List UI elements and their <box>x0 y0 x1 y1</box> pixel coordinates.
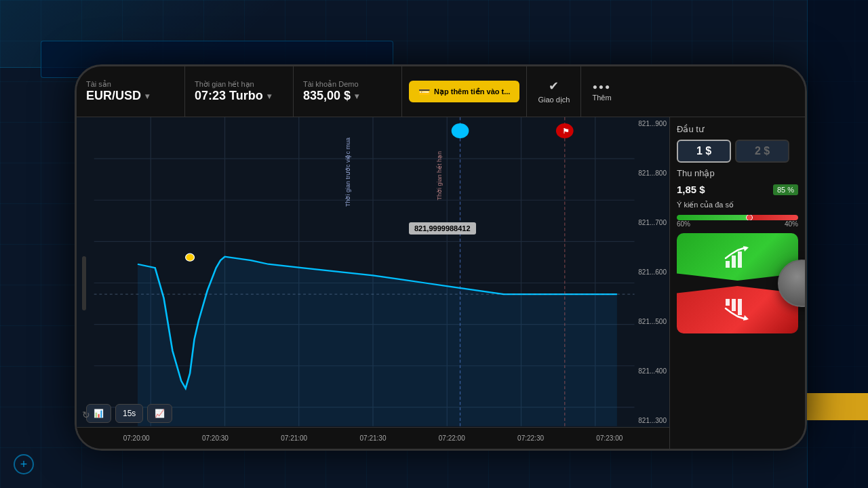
invest-inputs: 1 $ 2 $ <box>677 140 798 163</box>
time-5: 07:22:30 <box>491 434 570 442</box>
svg-rect-24 <box>738 251 742 268</box>
bg-plus-icon: + <box>14 454 34 474</box>
opinion-green-pct: 60% <box>677 220 690 228</box>
income-row: 1,85 $ 85 % <box>677 184 798 195</box>
interval-value: 15s <box>123 409 136 418</box>
svg-point-15 <box>186 253 195 261</box>
account-dropdown-arrow: ▾ <box>355 92 359 101</box>
svg-marker-29 <box>743 315 749 321</box>
svg-rect-28 <box>738 299 742 315</box>
price-labels: 821...900 821...800 821...700 821...600 … <box>638 117 667 427</box>
svg-rect-27 <box>732 299 736 311</box>
expiry-section[interactable]: Thời gian hết hạn 07:23 Turbo ▾ <box>185 66 294 117</box>
time-6: 07:23:00 <box>570 434 649 442</box>
deposit-label: Nạp thêm tiền vào t... <box>434 87 510 96</box>
price-label-800: 821...800 <box>638 169 667 177</box>
price-label-500: 821...500 <box>638 318 667 325</box>
account-section[interactable]: Tài khoản Demo 835,00 $ ▾ <box>294 66 402 117</box>
chart-controls: 📊 15s 📈 <box>86 404 172 423</box>
right-panel: Đầu tư 1 $ 2 $ Thu nhập 1,85 $ 85 % Ý ki… <box>669 117 805 449</box>
svg-marker-14 <box>138 257 617 426</box>
asset-value: EUR/USD <box>86 89 141 103</box>
expiry-value-row: 07:23 Turbo ▾ <box>195 89 283 103</box>
chart-interval-button[interactable]: 15s <box>115 404 143 423</box>
time-bar: 07:20:00 07:20:30 07:21:00 07:21:30 07:2… <box>77 427 669 449</box>
expiry-value: 07:23 Turbo <box>195 89 263 103</box>
deposit-card-icon: 💳 <box>418 86 430 97</box>
price-label-600: 821...600 <box>638 268 667 276</box>
expiry-label: Thời gian hết hạn <box>195 80 283 89</box>
trade-action[interactable]: ✔ Giao dịch <box>526 66 580 117</box>
opinion-red <box>749 215 798 220</box>
top-bar: Tài sản EUR/USD ▾ Thời gian hết hạn 07:2… <box>77 66 805 117</box>
chart-area: 821...900 821...800 821...700 821...600 … <box>77 117 669 449</box>
income-pct-badge: 85 % <box>773 184 798 195</box>
opinion-label: Ý kiến của đa số <box>677 201 798 209</box>
opinion-bar <box>677 215 798 220</box>
opinion-pcts: 60% 40% <box>677 220 798 228</box>
price-label-700: 821...700 <box>638 219 667 226</box>
label-before-buy: Thời gian trước việc mua <box>344 138 351 207</box>
asset-label: Tài sản <box>86 80 175 89</box>
phone-shell: Tài sản EUR/USD ▾ Thời gian hết hạn 07:2… <box>75 64 807 451</box>
expiry-dropdown-arrow: ▾ <box>267 92 271 101</box>
line-chart-icon: 📈 <box>155 409 165 418</box>
chart-svg: ⚑ <box>77 117 669 449</box>
price-label-900: 821...900 <box>638 120 667 127</box>
svg-text:⚑: ⚑ <box>562 127 570 135</box>
svg-point-19 <box>452 123 469 138</box>
opinion-red-pct: 40% <box>785 220 798 228</box>
account-label: Tài khoản Demo <box>303 80 392 89</box>
trade-label: Giao dịch <box>538 96 570 104</box>
income-value: 1,85 $ <box>677 184 705 195</box>
chart-line-button[interactable]: 📈 <box>147 404 172 423</box>
deposit-button[interactable]: 💳 Nạp thêm tiền vào t... <box>409 81 519 102</box>
label-expiry-chart: Thời gian hết hạn <box>436 151 443 201</box>
price-label-300: 821...300 <box>638 417 667 424</box>
more-dots-icon: ●●● <box>593 82 612 92</box>
time-3: 07:21:30 <box>334 434 412 442</box>
time-1: 07:20:30 <box>176 434 254 442</box>
checkmark-icon: ✔ <box>549 79 559 94</box>
buy-chart-icon <box>724 245 751 269</box>
bg-accent-yellow <box>807 393 868 420</box>
svg-rect-23 <box>732 256 736 268</box>
scroll-handle[interactable] <box>82 256 86 310</box>
invest-input-2[interactable]: 2 $ <box>735 140 789 163</box>
income-label: Thu nhập <box>677 168 798 178</box>
time-0: 07:20:00 <box>97 434 176 442</box>
svg-rect-22 <box>726 261 730 268</box>
time-2: 07:21:00 <box>255 434 334 442</box>
asset-dropdown-arrow: ▾ <box>145 92 149 101</box>
price-tooltip: 821,9999988412 <box>409 222 476 235</box>
opinion-green <box>677 215 749 220</box>
time-4: 07:22:00 <box>412 434 491 442</box>
opinion-dot <box>746 215 753 220</box>
chart-refresh-icon: ↻ <box>82 409 96 423</box>
more-action[interactable]: ●●● Thêm <box>580 66 622 117</box>
asset-section[interactable]: Tài sản EUR/USD ▾ <box>77 66 185 117</box>
price-label-400: 821...400 <box>638 367 667 375</box>
price-tooltip-value: 821,9999988412 <box>414 224 471 232</box>
opinion-bar-container: 60% 40% <box>677 215 798 228</box>
asset-value-row: EUR/USD ▾ <box>86 89 175 103</box>
sell-chart-icon <box>724 298 751 322</box>
svg-marker-25 <box>743 246 749 251</box>
main-content: 821...900 821...800 821...700 821...600 … <box>77 117 805 449</box>
more-label: Thêm <box>592 94 611 102</box>
invest-input-1[interactable]: 1 $ <box>677 140 731 163</box>
invest-label: Đầu tư <box>677 124 798 134</box>
account-value-row: 835,00 $ ▾ <box>303 89 392 103</box>
account-value: 835,00 $ <box>303 89 351 103</box>
svg-rect-26 <box>726 299 730 306</box>
